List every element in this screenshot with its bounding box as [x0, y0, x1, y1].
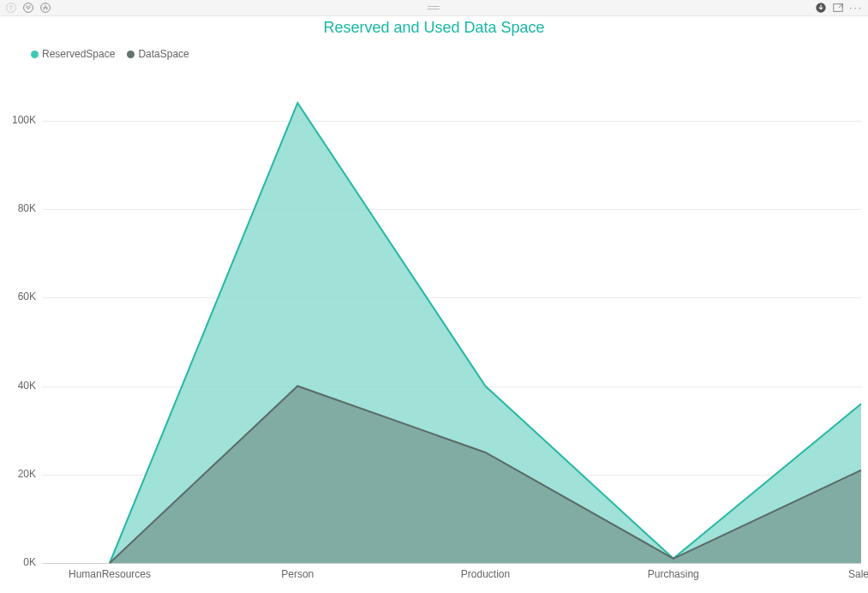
chart-legend: ReservedSpace DataSpace: [31, 48, 189, 60]
focus-mode-icon[interactable]: [832, 2, 844, 14]
visual-header-toolbar: ···: [0, 0, 868, 16]
expand-next-level-icon[interactable]: [39, 2, 51, 14]
drill-down-icon[interactable]: [22, 2, 34, 14]
legend-label-data: DataSpace: [138, 48, 189, 60]
chart-visual: ··· Reserved and Used Data Space Reserve…: [0, 0, 868, 593]
chart-title: Reserved and Used Data Space: [0, 19, 868, 37]
drag-handle-icon[interactable]: [426, 6, 441, 9]
drill-mode-icon[interactable]: [815, 2, 827, 14]
legend-label-reserved: ReservedSpace: [42, 48, 115, 60]
legend-swatch-data: [127, 51, 135, 58]
drill-up-icon[interactable]: [5, 2, 17, 14]
legend-item-reserved[interactable]: ReservedSpace: [31, 48, 115, 60]
chart-svg: [0, 69, 868, 593]
legend-item-data[interactable]: DataSpace: [127, 48, 189, 60]
more-options-icon[interactable]: ···: [849, 2, 863, 14]
chart-plot-area: 0K20K40K60K80K100KHumanResourcesPersonPr…: [0, 69, 868, 593]
legend-swatch-reserved: [31, 51, 39, 58]
